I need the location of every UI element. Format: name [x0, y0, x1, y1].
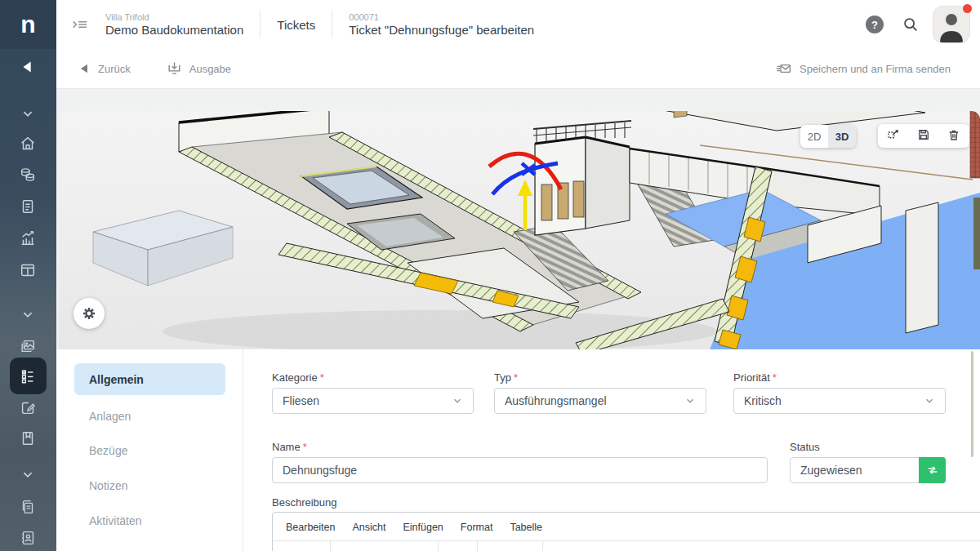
checklist-icon[interactable]	[17, 366, 38, 387]
database-icon[interactable]	[17, 164, 38, 185]
editor-toolbar-partial	[273, 540, 980, 551]
page-scrollbar[interactable]	[971, 351, 973, 457]
beschreibung-editor[interactable]: Bearbeiten Ansicht Einfügen Format Tabel…	[272, 512, 980, 551]
search-icon[interactable]	[902, 16, 920, 33]
kategorie-select[interactable]: Fliesen	[272, 388, 474, 414]
header-divider	[260, 11, 261, 38]
back-button[interactable]: Zurück	[78, 62, 131, 75]
dimension-toggle: 2D 3D	[800, 125, 856, 148]
typ-value: Ausführungsmangel	[505, 394, 607, 407]
sidebar: n	[0, 0, 56, 551]
project-title: Demo Baudokumentation	[105, 23, 243, 38]
window-icon[interactable]	[17, 260, 38, 281]
output-label: Ausgabe	[189, 63, 231, 75]
toggle-2d-button[interactable]: 2D	[800, 125, 828, 148]
expand-icon[interactable]	[886, 127, 901, 145]
status-label: Status	[790, 441, 820, 453]
name-input[interactable]	[272, 457, 768, 483]
model-viewer[interactable]: 2D 3D	[56, 88, 980, 349]
help-icon[interactable]: ?	[866, 16, 884, 33]
project-switcher[interactable]: Villa Trifold Demo Baudokumentation	[105, 12, 243, 38]
tab-aktivitaeten[interactable]: Aktivitäten	[74, 504, 225, 536]
tab-allgemein[interactable]: Allgemein	[74, 363, 225, 395]
viewer-icon-group	[878, 124, 969, 148]
chart-icon[interactable]	[17, 228, 38, 249]
save-send-label: Speichern und an Firma senden	[800, 63, 951, 75]
save-icon[interactable]	[916, 127, 931, 145]
document-icon[interactable]	[17, 196, 38, 217]
swap-arrows-icon	[926, 464, 939, 477]
sidebar-back-icon[interactable]	[17, 56, 38, 78]
action-toolbar: Zurück Ausgabe Speichern und an Firma se…	[56, 49, 980, 89]
chevron-down-icon	[924, 395, 935, 407]
prioritaet-label: Priorität*	[733, 371, 777, 384]
typ-select[interactable]: Ausführungsmangel	[494, 388, 706, 414]
project-subtitle: Villa Trifold	[105, 12, 243, 23]
chevron-down-icon[interactable]	[17, 103, 38, 124]
menu-tabelle[interactable]: Tabelle	[510, 522, 542, 533]
ticket-detail-panel: Allgemein Anlagen Bezüge Notizen Aktivit…	[56, 349, 980, 551]
back-label: Zurück	[98, 63, 131, 75]
toggle-3d-button[interactable]: 3D	[828, 125, 856, 148]
chevron-down-icon[interactable]	[17, 304, 38, 325]
top-header: Villa Trifold Demo Baudokumentation Tick…	[56, 0, 980, 50]
editor-menubar: Bearbeiten Ansicht Einfügen Format Tabel…	[273, 513, 980, 540]
bookmark-icon[interactable]	[17, 428, 38, 449]
gear-icon	[81, 305, 97, 322]
chevron-down-icon	[684, 395, 696, 407]
logo-letter: n	[20, 11, 35, 38]
menu-ansicht[interactable]: Ansicht	[352, 522, 385, 533]
edit-icon[interactable]	[17, 397, 38, 418]
avatar[interactable]	[933, 6, 970, 43]
output-button[interactable]: Ausgabe	[167, 61, 231, 77]
menu-einfuegen[interactable]: Einfügen	[403, 522, 443, 533]
copy-icon[interactable]	[17, 496, 38, 518]
name-label: Name*	[272, 441, 307, 453]
kategorie-label: Kategorie*	[272, 371, 324, 384]
images-icon[interactable]	[17, 335, 38, 357]
menu-format[interactable]: Format	[461, 522, 493, 533]
menu-bearbeiten[interactable]: Bearbeiten	[286, 522, 335, 533]
tab-bezuege[interactable]: Bezüge	[74, 434, 225, 466]
tab-anlagen[interactable]: Anlagen	[74, 400, 225, 432]
breadcrumb-tickets[interactable]: Tickets	[277, 18, 315, 32]
panel-divider	[243, 349, 243, 551]
contacts-icon[interactable]	[17, 527, 38, 549]
prioritaet-value: Kritisch	[744, 394, 782, 407]
ticket-number: 000071	[349, 12, 534, 23]
viewer-settings-button[interactable]	[74, 298, 105, 329]
save-and-send-button[interactable]: Speichern und an Firma senden	[775, 61, 951, 76]
beschreibung-label: Beschreibung	[272, 496, 337, 509]
collapse-icon[interactable]	[69, 14, 91, 35]
chevron-down-icon[interactable]	[17, 464, 38, 485]
typ-label: Typ*	[494, 371, 518, 384]
prioritaet-select[interactable]: Kritisch	[733, 388, 946, 414]
trash-icon[interactable]	[947, 127, 961, 145]
chevron-down-icon	[452, 395, 463, 407]
status-input[interactable]	[790, 457, 920, 483]
tab-notizen[interactable]: Notizen	[74, 469, 225, 501]
app-logo[interactable]: n	[0, 0, 56, 49]
page-title: Ticket "Dehnungsfuge" bearbeiten	[349, 23, 534, 38]
ticket-breadcrumb: 000071 Ticket "Dehnungsfuge" bearbeiten	[349, 12, 534, 38]
status-change-button[interactable]	[919, 457, 946, 483]
header-divider	[332, 11, 332, 38]
home-icon[interactable]	[17, 133, 38, 154]
kategorie-value: Fliesen	[283, 394, 319, 407]
notification-dot	[963, 4, 972, 13]
